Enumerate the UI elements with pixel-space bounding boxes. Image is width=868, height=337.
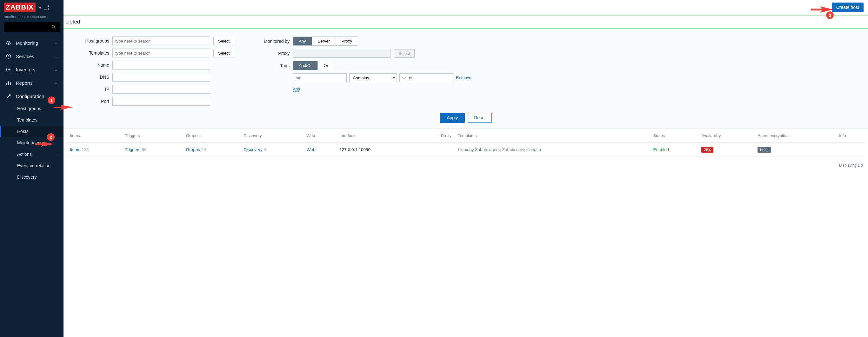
port-input[interactable] — [113, 97, 210, 106]
reset-button[interactable]: Reset — [468, 113, 492, 123]
name-input[interactable] — [113, 61, 210, 69]
monitored-any-button[interactable]: Any — [293, 37, 312, 45]
discovery-link[interactable]: Discovery — [244, 147, 262, 152]
nav-monitoring[interactable]: Monitoring ⌄ — [0, 36, 63, 49]
label-dns: DNS — [73, 75, 109, 80]
filter-panel: Host groups Select Templates Select Name — [63, 29, 868, 129]
svg-line-1 — [54, 28, 55, 29]
add-tag-link[interactable]: Add — [293, 87, 300, 92]
sub-event-correlation[interactable]: Event correlation — [0, 160, 63, 171]
sub-hosts[interactable]: Hosts — [0, 126, 63, 137]
encryption-badge: None — [757, 147, 771, 153]
col-triggers: Triggers — [122, 129, 183, 143]
tag-name-input[interactable] — [293, 73, 347, 82]
server-host-label: monitor.thegioibecon.com — [0, 14, 63, 22]
sub-templates[interactable]: Templates — [0, 114, 63, 126]
col-availability: Availability — [698, 129, 754, 143]
nav-label: Reports — [16, 80, 33, 86]
sub-label: Actions — [17, 152, 32, 157]
nav-services[interactable]: Services ⌄ — [0, 49, 63, 63]
nav-reports[interactable]: Reports ⌄ — [0, 76, 63, 90]
svg-point-0 — [52, 25, 55, 28]
label-name: Name — [73, 63, 109, 68]
items-count: 125 — [82, 147, 89, 152]
col-discovery: Discovery — [241, 129, 304, 143]
list-icon — [6, 67, 11, 72]
nav-inventory[interactable]: Inventory ⌄ — [0, 63, 63, 76]
svg-rect-10 — [6, 83, 7, 85]
label-port: Port — [73, 99, 109, 104]
svg-point-2 — [8, 42, 9, 44]
search-icon — [51, 25, 56, 30]
nav-label: Monitoring — [16, 40, 38, 46]
proxy-input — [293, 49, 391, 58]
chevron-double-right-icon[interactable]: » — [38, 4, 41, 11]
create-host-button[interactable]: Create host — [832, 3, 864, 12]
monitored-server-button[interactable]: Server — [312, 37, 336, 45]
status-toggle[interactable]: Enabled — [653, 147, 669, 152]
label-templates: Templates — [73, 50, 109, 56]
label-ip: IP — [73, 87, 109, 92]
select-templates-button[interactable]: Select — [213, 49, 234, 58]
web-link[interactable]: Web — [307, 147, 316, 152]
col-items: Items — [67, 129, 122, 143]
chevron-down-icon: ⌄ — [54, 67, 58, 72]
items-link[interactable]: Items — [70, 147, 80, 152]
host-groups-input[interactable] — [113, 36, 210, 45]
col-graphs: Graphs — [183, 129, 241, 143]
hosts-table-wrap: Items Triggers Graphs Discovery Web Inte… — [63, 129, 868, 160]
graphs-link[interactable]: Graphs — [186, 147, 200, 152]
tags-andor-button[interactable]: And/Or — [293, 61, 318, 70]
interface-cell: 127.0.0.1:10050 — [336, 143, 418, 157]
svg-point-7 — [6, 68, 7, 69]
col-templates: Templates — [455, 129, 650, 143]
proxy-cell — [418, 143, 455, 157]
col-encryption: Agent encryption — [754, 129, 836, 143]
template-link[interactable]: Linux by Zabbix agent — [458, 147, 500, 152]
monitored-by-segment: Any Server Proxy — [293, 36, 358, 46]
main-content: Create host eleted Host groups Select Te… — [63, 0, 868, 337]
tags-mode-segment: And/Or Or — [293, 61, 334, 70]
templates-input[interactable] — [113, 48, 210, 58]
fullscreen-icon[interactable] — [44, 5, 49, 10]
discovery-count: 4 — [264, 147, 267, 152]
sidebar: ZABBIX » monitor.thegioibecon.com Monito… — [0, 0, 63, 337]
triggers-count: 66 — [142, 147, 147, 152]
col-web: Web — [304, 129, 337, 143]
ip-input[interactable] — [113, 85, 210, 94]
wrench-icon — [6, 93, 11, 99]
svg-point-8 — [6, 69, 7, 70]
nav-configuration[interactable]: Configuration — [0, 90, 63, 103]
tag-operator-select[interactable]: Contains — [349, 73, 397, 82]
svg-rect-12 — [10, 82, 11, 85]
availability-badge: ZBX — [701, 147, 713, 153]
template-link[interactable]: Zabbix server health — [502, 147, 541, 152]
tags-or-button[interactable]: Or — [318, 61, 334, 70]
result-count: Displaying 1 o — [63, 160, 868, 171]
monitored-proxy-button[interactable]: Proxy — [336, 37, 358, 45]
tag-value-input[interactable] — [399, 73, 453, 82]
dns-input[interactable] — [113, 73, 210, 81]
label-host-groups: Host groups — [73, 38, 109, 43]
apply-button[interactable]: Apply — [440, 113, 465, 123]
sub-host-groups[interactable]: Host groups — [0, 103, 63, 114]
sub-discovery[interactable]: Discovery — [0, 171, 63, 183]
sub-nav: Host groups Templates Hosts Maintenance … — [0, 103, 63, 183]
label-proxy: Proxy — [253, 51, 289, 56]
nav-label: Inventory — [16, 67, 36, 72]
search-input[interactable] — [4, 22, 60, 32]
select-host-groups-button[interactable]: Select — [213, 37, 234, 45]
nav-label: Services — [16, 54, 34, 59]
topbar: Create host — [63, 0, 868, 15]
select-proxy-button: Select — [394, 49, 415, 58]
chevron-down-icon: ⌄ — [54, 80, 58, 86]
partial-message-text: eleted — [63, 15, 868, 28]
hosts-table: Items Triggers Graphs Discovery Web Inte… — [67, 129, 865, 157]
sub-maintenance[interactable]: Maintenance — [0, 137, 63, 148]
remove-tag-link[interactable]: Remove — [456, 75, 471, 80]
svg-point-9 — [6, 71, 7, 71]
templates-cell: Linux by Zabbix agent, Zabbix server hea… — [455, 143, 650, 157]
col-info: Info — [836, 129, 865, 143]
sub-actions[interactable]: Actions› — [0, 148, 63, 160]
triggers-link[interactable]: Triggers — [125, 147, 141, 152]
